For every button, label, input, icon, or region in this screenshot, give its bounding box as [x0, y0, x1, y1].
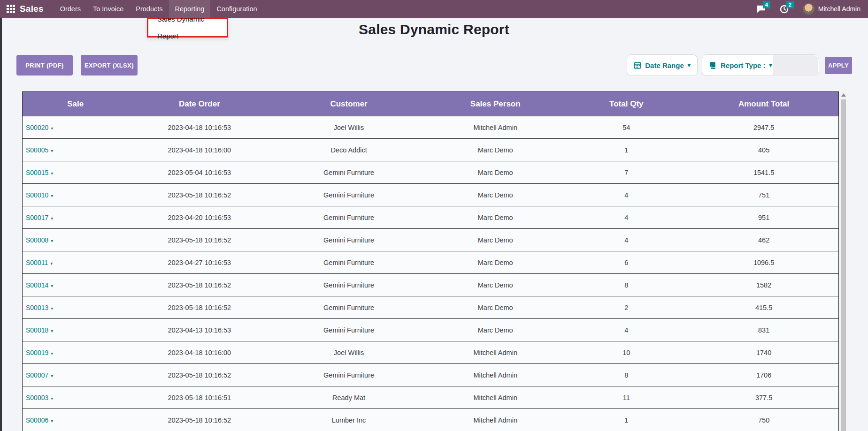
- activities-button[interactable]: 2: [779, 4, 790, 14]
- cell-customer: Gemini Furniture: [270, 229, 427, 251]
- nav-item-orders[interactable]: Orders: [54, 0, 87, 18]
- sale-order-link[interactable]: S00007▾: [26, 371, 53, 379]
- cell-total-qty: 4: [563, 319, 689, 341]
- cell-date-order: 2023-05-18 10:16:52: [129, 229, 271, 251]
- caret-down-icon: ▾: [51, 193, 53, 198]
- nav-item-reporting[interactable]: Reporting: [169, 0, 211, 18]
- column-header-amount-total[interactable]: Amount Total: [689, 92, 838, 116]
- sale-order-link[interactable]: S00015▾: [26, 169, 53, 176]
- table-row: S00013▾ 2023-05-18 10:16:52 Gemini Furni…: [23, 296, 839, 319]
- app-brand[interactable]: Sales: [20, 4, 44, 14]
- cell-date-order: 2023-05-18 10:16:52: [129, 364, 271, 386]
- cell-sales-person: Marc Demo: [427, 319, 563, 341]
- cell-amount-total: 462: [689, 229, 838, 251]
- sale-order-link[interactable]: S00017▾: [26, 214, 53, 221]
- cell-amount-total: 951: [689, 206, 838, 229]
- sale-order-link[interactable]: S00014▾: [26, 281, 53, 289]
- cell-customer: Gemini Furniture: [270, 319, 427, 341]
- sale-order-link[interactable]: S00013▾: [26, 304, 53, 311]
- caret-down-icon: ▾: [51, 148, 53, 153]
- caret-down-icon: ▾: [51, 418, 53, 423]
- cell-total-qty: 1: [563, 409, 689, 431]
- nav-item-products[interactable]: Products: [130, 0, 169, 18]
- sale-order-link[interactable]: S00008▾: [26, 236, 53, 244]
- cell-date-order: 2023-04-13 10:16:53: [129, 319, 271, 341]
- cell-amount-total: 1706: [689, 364, 838, 386]
- cell-customer: Gemini Furniture: [270, 296, 427, 319]
- column-header-customer[interactable]: Customer: [270, 92, 427, 116]
- apply-button[interactable]: APPLY: [825, 57, 852, 74]
- table-row: S00017▾ 2023-04-20 10:16:53 Gemini Furni…: [23, 206, 839, 229]
- reporting-dropdown-menu: Sales Dynamic Report: [147, 18, 228, 38]
- cell-amount-total: 1096.5: [689, 251, 838, 274]
- report-type-filter[interactable]: Report Type : ▾: [702, 54, 819, 76]
- nav-item-configuration[interactable]: Configuration: [210, 0, 263, 18]
- cell-sale: S00007▾: [23, 364, 129, 386]
- table-header-row: SaleDate OrderCustomerSales PersonTotal …: [23, 92, 839, 116]
- cell-sale: S00015▾: [23, 161, 129, 184]
- cell-sale: S00011▾: [23, 251, 129, 274]
- cell-date-order: 2023-05-18 10:16:52: [129, 274, 271, 296]
- cell-sale: S00013▾: [23, 296, 129, 319]
- page-title: Sales Dynamic Report: [0, 22, 868, 38]
- apps-grid-icon[interactable]: [7, 5, 15, 13]
- cell-total-qty: 4: [563, 229, 689, 251]
- date-range-filter[interactable]: Date Range ▾: [627, 54, 698, 76]
- sale-order-link[interactable]: S00018▾: [26, 326, 53, 334]
- report-table-container: SaleDate OrderCustomerSales PersonTotal …: [22, 91, 839, 431]
- export-xlsx-button[interactable]: EXPORT (XLSX): [81, 55, 138, 76]
- report-type-select[interactable]: [773, 55, 818, 75]
- scroll-up-arrow-icon[interactable]: [841, 93, 846, 97]
- sale-order-link[interactable]: S00020▾: [26, 124, 53, 131]
- cell-date-order: 2023-04-18 10:16:53: [129, 116, 271, 139]
- table-row: S00019▾ 2023-04-18 10:16:00 Joel Willis …: [23, 341, 839, 364]
- table-row: S00007▾ 2023-05-18 10:16:52 Gemini Furni…: [23, 364, 839, 386]
- cell-amount-total: 415.5: [689, 296, 838, 319]
- cell-date-order: 2023-05-18 10:16:52: [129, 409, 271, 431]
- table-row: S00006▾ 2023-05-18 10:16:52 Lumber Inc M…: [23, 409, 839, 431]
- caret-down-icon: ▾: [51, 216, 53, 221]
- cell-amount-total: 377.5: [689, 386, 838, 409]
- nav-item-to-invoice[interactable]: To Invoice: [87, 0, 130, 18]
- print-pdf-button[interactable]: PRINT (PDF): [16, 55, 73, 76]
- cell-total-qty: 7: [563, 161, 689, 184]
- table-row: S00010▾ 2023-05-18 10:16:52 Gemini Furni…: [23, 184, 839, 206]
- cell-amount-total: 1582: [689, 274, 838, 296]
- sale-order-link[interactable]: S00011▾: [26, 259, 53, 266]
- column-header-total-qty[interactable]: Total Qty: [563, 92, 689, 116]
- cell-sales-person: Mitchell Admin: [427, 341, 563, 364]
- cell-sales-person: Marc Demo: [427, 139, 563, 161]
- cell-sale: S00019▾: [23, 341, 129, 364]
- cell-customer: Ready Mat: [270, 386, 427, 409]
- caret-down-icon: ▾: [51, 396, 53, 401]
- caret-down-icon: ▾: [51, 373, 53, 378]
- cell-sales-person: Mitchell Admin: [427, 409, 563, 431]
- table-row: S00005▾ 2023-04-18 10:16:00 Deco Addict …: [23, 139, 839, 161]
- cell-date-order: 2023-05-04 10:16:53: [129, 161, 271, 184]
- sale-order-link[interactable]: S00005▾: [26, 146, 53, 154]
- table-row: S00011▾ 2023-04-27 10:16:53 Gemini Furni…: [23, 251, 839, 274]
- cell-customer: Gemini Furniture: [270, 364, 427, 386]
- sale-order-link[interactable]: S00010▾: [26, 191, 53, 199]
- screen: Sales OrdersTo InvoiceProductsReportingC…: [0, 0, 868, 431]
- cell-amount-total: 1740: [689, 341, 838, 364]
- sale-order-link[interactable]: S00006▾: [26, 416, 53, 424]
- scrollbar-thumb[interactable]: [841, 99, 846, 431]
- caret-down-icon: ▾: [769, 62, 772, 68]
- column-header-sales-person[interactable]: Sales Person: [427, 92, 563, 116]
- messages-button[interactable]: 4: [756, 4, 766, 14]
- cell-sales-person: Marc Demo: [427, 184, 563, 206]
- column-header-sale[interactable]: Sale: [23, 92, 129, 116]
- cell-date-order: 2023-05-18 10:16:52: [129, 184, 271, 206]
- table-row: S00008▾ 2023-05-18 10:16:52 Gemini Furni…: [23, 229, 839, 251]
- user-menu[interactable]: Mitchell Admin: [803, 3, 860, 15]
- sale-order-link[interactable]: S00019▾: [26, 349, 53, 356]
- column-header-date-order[interactable]: Date Order: [129, 92, 271, 116]
- sale-order-link[interactable]: S00003▾: [26, 394, 53, 401]
- cell-date-order: 2023-04-20 10:16:53: [129, 206, 271, 229]
- messages-badge: 4: [763, 1, 770, 8]
- navbar-right: 4 2 Mitchell Admin: [756, 3, 868, 15]
- table-scrollbar[interactable]: [840, 91, 847, 431]
- cell-sales-person: Marc Demo: [427, 251, 563, 274]
- cell-date-order: 2023-05-18 10:16:51: [129, 386, 271, 409]
